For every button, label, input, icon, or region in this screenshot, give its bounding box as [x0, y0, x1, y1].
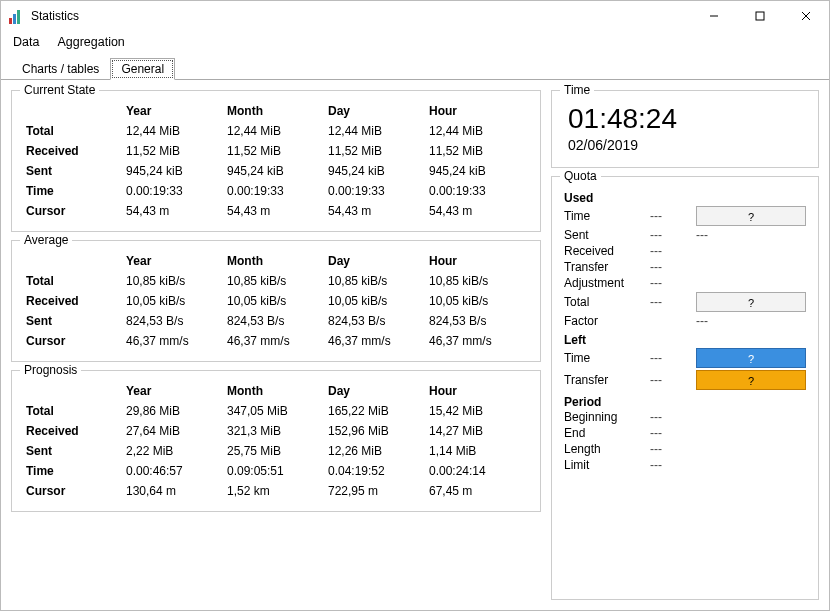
table-prognosis: YearMonthDayHour Total29,86 MiB347,05 Mi…: [24, 381, 528, 501]
col-hour: Hour: [427, 101, 528, 121]
quota-row-transfer: Transfer---: [564, 259, 806, 275]
maximize-button[interactable]: [737, 1, 783, 31]
table-row: Received11,52 MiB11,52 MiB11,52 MiB11,52…: [24, 141, 528, 161]
table-row: Cursor54,43 m54,43 m54,43 m54,43 m: [24, 201, 528, 221]
quota-row-received: Received---: [564, 243, 806, 259]
quota-row-time: Time---?: [564, 205, 806, 227]
table-row: Received27,64 MiB321,3 MiB152,96 MiB14,2…: [24, 421, 528, 441]
tab-general[interactable]: General: [110, 58, 175, 80]
group-title-current: Current State: [20, 83, 99, 97]
svg-rect-1: [756, 12, 764, 20]
group-title-quota: Quota: [560, 169, 601, 183]
menu-aggregation[interactable]: Aggregation: [57, 35, 124, 49]
tab-charts-tables[interactable]: Charts / tables: [11, 58, 110, 80]
table-row: Cursor130,64 m1,52 km722,95 m67,45 m: [24, 481, 528, 501]
table-current-state: Year Month Day Hour Total12,44 MiB12,44 …: [24, 101, 528, 221]
table-row: Sent2,22 MiB25,75 MiB12,26 MiB1,14 MiB: [24, 441, 528, 461]
table-row: Time0.00:19:330.00:19:330.00:19:330.00:1…: [24, 181, 528, 201]
quota-row-adjustment: Adjustment---: [564, 275, 806, 291]
quota-row-total: Total---?: [564, 291, 806, 313]
table-row: Cursor46,37 mm/s46,37 mm/s46,37 mm/s46,3…: [24, 331, 528, 351]
group-prognosis: Prognosis YearMonthDayHour Total29,86 Mi…: [11, 370, 541, 512]
app-icon: [9, 8, 25, 24]
quota-row-left-transfer: Transfer---?: [564, 369, 806, 391]
quota-row-beginning: Beginning---: [564, 409, 806, 425]
group-current-state: Current State Year Month Day Hour Total1…: [11, 90, 541, 232]
group-title-time: Time: [560, 83, 594, 97]
time-value: 01:48:24: [564, 101, 806, 135]
quota-row-length: Length---: [564, 441, 806, 457]
group-quota: Quota Used Time---? Sent------ Received-…: [551, 176, 819, 600]
quota-left-transfer-button[interactable]: ?: [696, 370, 806, 390]
close-button[interactable]: [783, 1, 829, 31]
quota-used-header: Used: [564, 187, 806, 205]
col-year: Year: [124, 101, 225, 121]
menu-data[interactable]: Data: [13, 35, 39, 49]
quota-row-end: End---: [564, 425, 806, 441]
menubar: Data Aggregation: [1, 31, 829, 55]
quota-total-button[interactable]: ?: [696, 292, 806, 312]
col-month: Month: [225, 101, 326, 121]
table-row: Total29,86 MiB347,05 MiB165,22 MiB15,42 …: [24, 401, 528, 421]
quota-left-header: Left: [564, 329, 806, 347]
table-row: Received10,05 kiB/s10,05 kiB/s10,05 kiB/…: [24, 291, 528, 311]
quota-row-sent: Sent------: [564, 227, 806, 243]
group-average: Average YearMonthDayHour Total10,85 kiB/…: [11, 240, 541, 362]
table-row: Sent945,24 kiB945,24 kiB945,24 kiB945,24…: [24, 161, 528, 181]
table-average: YearMonthDayHour Total10,85 kiB/s10,85 k…: [24, 251, 528, 351]
quota-row-left-time: Time---?: [564, 347, 806, 369]
group-title-average: Average: [20, 233, 72, 247]
quota-time-button[interactable]: ?: [696, 206, 806, 226]
table-row: Total12,44 MiB12,44 MiB12,44 MiB12,44 Mi…: [24, 121, 528, 141]
table-row: Sent824,53 B/s824,53 B/s824,53 B/s824,53…: [24, 311, 528, 331]
content: Current State Year Month Day Hour Total1…: [1, 80, 829, 610]
quota-row-limit: Limit---: [564, 457, 806, 473]
col-day: Day: [326, 101, 427, 121]
quota-row-factor: Factor---: [564, 313, 806, 329]
table-row: Total10,85 kiB/s10,85 kiB/s10,85 kiB/s10…: [24, 271, 528, 291]
window-title: Statistics: [31, 9, 691, 23]
group-time: Time 01:48:24 02/06/2019: [551, 90, 819, 168]
date-value: 02/06/2019: [564, 135, 806, 157]
tab-row: Charts / tables General: [1, 57, 829, 80]
quota-period-header: Period: [564, 391, 806, 409]
titlebar: Statistics: [1, 1, 829, 31]
table-row: Time0.00:46:570.09:05:510.04:19:520.00:2…: [24, 461, 528, 481]
quota-left-time-button[interactable]: ?: [696, 348, 806, 368]
group-title-prognosis: Prognosis: [20, 363, 81, 377]
minimize-button[interactable]: [691, 1, 737, 31]
